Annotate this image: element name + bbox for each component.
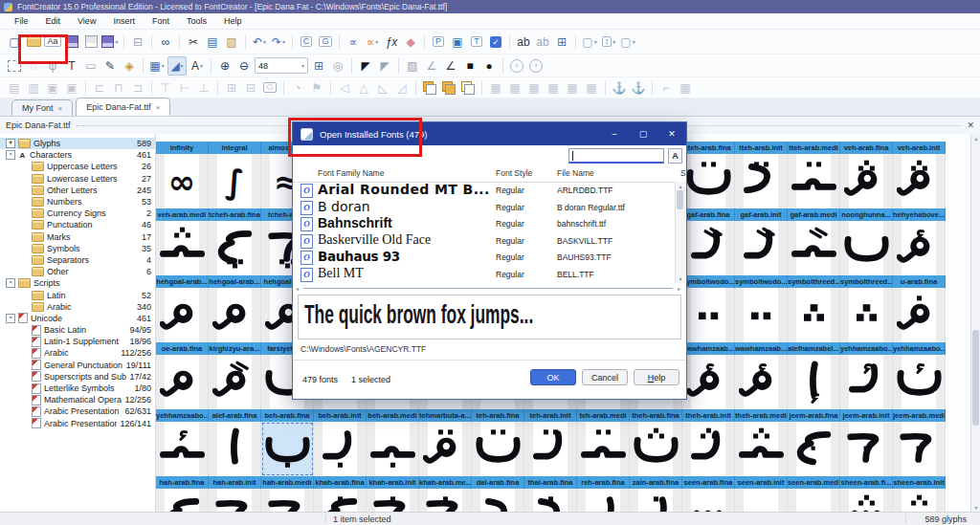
copy-glyph-button[interactable]: G (317, 33, 334, 51)
bring-to-front-button[interactable]: ▣ (44, 79, 61, 97)
font-row-bell-mt[interactable]: OBell MTRegularBELL.TTF (293, 266, 675, 283)
scroll-up-icon[interactable]: ▴ (676, 183, 685, 189)
chevron-down-icon[interactable]: ▾ (282, 38, 285, 45)
align-top-button[interactable]: ⊤ (157, 79, 174, 97)
glyph-cell-tteh-arab-init[interactable]: tteh-arab.init (735, 142, 788, 208)
skew-left-button[interactable]: ∠ (423, 57, 440, 75)
align-middle-button[interactable]: ⊢ (176, 79, 193, 97)
glyph-cell-symbolthreed-[interactable]: symbolthreed... (840, 275, 893, 342)
collapse-icon[interactable]: - (6, 150, 15, 160)
contour-mode-button[interactable]: ◢▾ (167, 56, 187, 76)
scroll-down-icon[interactable]: ▾ (676, 275, 685, 282)
chevron-down-icon[interactable]: ▾ (181, 62, 184, 69)
distribute-vertically-button[interactable]: ⊟ (242, 79, 259, 97)
align-contours-left-button[interactable]: ⊏ (91, 79, 108, 97)
font-row-baskerville-old-face[interactable]: OBaskerville Old FaceRegularBASKVILL.TTF (293, 232, 675, 250)
glyph-cell-wawhamzaab-[interactable]: wawhamzaab... (735, 342, 788, 409)
tab-my-font[interactable]: My Font× (11, 99, 73, 116)
link-composite-button[interactable]: ∝ (345, 33, 362, 51)
chevron-down-icon[interactable]: ▾ (200, 62, 203, 69)
glyph-cell-theh-arab-init[interactable]: theh-arab.init (682, 409, 735, 476)
chevron-down-icon[interactable]: ▾ (301, 62, 304, 69)
tree-item-unicode[interactable]: -Unicode461 (0, 313, 155, 324)
glyph-cell-sheen-arab-fi-[interactable]: sheen-arab.fi... (840, 476, 893, 512)
hscrollbar-thumb[interactable] (303, 288, 673, 289)
glyph-cell-dal-arab-fina[interactable]: dal-arab.fina (472, 476, 524, 512)
glyph-cell-alef-arab-fina[interactable]: alef-arab.fina (209, 409, 261, 476)
send-to-back-button[interactable]: ▣ (63, 79, 80, 97)
chevron-down-icon[interactable]: ▾ (633, 38, 635, 45)
menu-tools[interactable]: Tools (178, 14, 215, 28)
skew-vertical-button[interactable]: ◿ (393, 79, 411, 97)
skew-right-button[interactable]: ∠ (442, 57, 459, 75)
glyph-cell-wawhamzaab-[interactable]: wawhamzaab... (682, 342, 735, 409)
tree-item-general-punctuation[interactable]: General Punctuation19/111 (0, 360, 155, 371)
tree-item-currency-signs[interactable]: Currency Signs2 (0, 208, 155, 219)
glyph-cell-symboltwodo-[interactable]: symboltwodo... (735, 275, 788, 342)
glyph-cell-kirghizyu-ara-[interactable]: kirghizyu-ara... (209, 342, 261, 409)
scroll-up-icon[interactable]: ▴ (971, 135, 980, 142)
column-font-family-name[interactable]: Font Family Name (318, 168, 384, 178)
fill-tool-button[interactable]: ◈ (121, 57, 138, 75)
preview-panel-button[interactable]: ◎ (329, 57, 346, 75)
tree-item-glyphs[interactable]: +Glyphs589 (0, 138, 155, 149)
glyph-cell-theh-arab-medi[interactable]: theh-arab.medi (735, 409, 788, 476)
find-glyph-button[interactable]: ∞ (157, 33, 174, 51)
tree-item-lowercase-letters[interactable]: Lowercase Letters27 (0, 173, 155, 185)
web-preview-button[interactable]: ab (534, 33, 551, 51)
anchor-points-button[interactable]: ⚓ (611, 79, 628, 97)
chevron-down-icon[interactable]: ▾ (375, 38, 378, 45)
save-copy-button[interactable] (82, 33, 100, 51)
glyph-cell-zain-arab-fina[interactable]: zain-arab.fina (630, 476, 682, 512)
undo-button[interactable]: ↶▾ (251, 33, 268, 51)
font-list-hscrollbar[interactable]: ◂ ▸ (296, 285, 680, 292)
snap-to-curve-button[interactable]: ⌐ (657, 79, 675, 97)
glyph-cell-teh-arab-medi[interactable]: teh-arab.medi (577, 409, 630, 476)
pointer-contour-button[interactable]: ◤ (357, 57, 374, 75)
font-row-bauhaus-93[interactable]: OBauhaus 93RegularBAUHS93.TTF (293, 249, 675, 266)
show-guidelines-button[interactable]: ▦ (545, 79, 562, 97)
panel-close-icon[interactable]: ✕ (967, 120, 974, 130)
tab-epic-dana-fat-ttf[interactable]: Epic Dana-Fat.ttf× (76, 98, 170, 116)
new-glyph-button[interactable]: ▢▾ (581, 33, 598, 51)
dialog-maximize-icon[interactable]: ▢ (629, 122, 657, 145)
zoom-selection-button[interactable]: ⊞ (310, 57, 327, 75)
glyph-cell-teh-arab-fina[interactable]: teh-arab.fina (472, 409, 524, 476)
expand-icon[interactable]: + (6, 139, 15, 148)
glyph-cell-beh-arab-init[interactable]: beh-arab.init (314, 409, 367, 476)
background-image-button[interactable]: ▦▾ (148, 57, 166, 75)
tab-close-icon[interactable]: × (156, 103, 161, 112)
previous-glyph-button[interactable]: ‹ (508, 57, 525, 75)
glyph-cell-theh-arab-fina[interactable]: theh-arab.fina (630, 409, 682, 476)
cut-button[interactable]: ✂ (185, 33, 202, 51)
glyph-cell-khah-arab-me-[interactable]: khah-arab.me... (419, 476, 472, 512)
tree-item-superscripts-and-subscripts[interactable]: Superscripts and Subscripts17/42 (0, 371, 155, 383)
tree-item-arabic-presentation-for-[interactable]: Arabic Presentation For...126/141 (0, 418, 155, 429)
text-tool-button[interactable]: T (63, 57, 80, 75)
delete-contour-button[interactable]: ▥ (25, 79, 42, 97)
eraser-button[interactable]: ◆ (402, 33, 419, 51)
glyph-cell-symbolthreed-[interactable]: symbolthreed... (788, 275, 840, 342)
open-font-file-button[interactable] (25, 33, 42, 51)
glyph-cell-hah-arab-fina[interactable]: hah-arab.fina (156, 476, 209, 512)
show-extents-button[interactable]: ▦ (583, 79, 600, 97)
tree-item-latin[interactable]: Latin52 (0, 289, 155, 300)
glyph-cell-noonghunna-[interactable]: noonghunna... (840, 208, 893, 275)
glyph-cell-tehmarbuta-a-[interactable]: tehmarbuta-a... (419, 409, 472, 476)
font-list-scrollbar-thumb[interactable] (677, 190, 683, 209)
menu-edit[interactable]: Edit (37, 14, 70, 28)
dialog-close-icon[interactable]: ✕ (657, 122, 686, 145)
tree-item-separators[interactable]: Separators4 (0, 254, 155, 266)
tree-item-other-letters[interactable]: Other Letters245 (0, 185, 155, 196)
font-row-b-doran[interactable]: OB doranRegularB doran Regular.ttf (293, 199, 675, 216)
glyph-cell-gaf-arab-medi[interactable]: gaf-arab.medi (788, 208, 840, 275)
draw-tool-button[interactable]: ✎ (101, 57, 119, 75)
glyph-cell-hehgoal-arab-[interactable]: hehgoal-arab... (209, 275, 261, 342)
font-row-bahnschrift[interactable]: OBahnschriftRegularbahnschrift.ttf (293, 215, 675, 232)
dialog-minimize-icon[interactable]: – (600, 122, 629, 145)
ok-button[interactable]: OK (530, 369, 576, 385)
tree-item-arabic[interactable]: Arabic112/256 (0, 347, 155, 359)
glyph-cell-seen-arab-fina[interactable]: seen-arab.fina (682, 476, 735, 512)
glyph-cell-hehgoal-arab-[interactable]: hehgoal-arab... (156, 275, 209, 342)
glyph-cell-beh-arab-fina[interactable]: beh-arab.fina (261, 409, 314, 476)
